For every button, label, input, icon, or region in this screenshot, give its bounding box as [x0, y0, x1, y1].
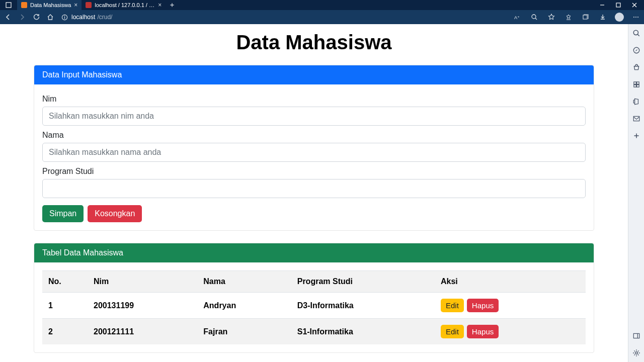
delete-button[interactable]: Hapus [467, 299, 499, 312]
col-no: No. [42, 271, 88, 293]
cell-no: 1 [42, 293, 88, 319]
svg-point-15 [637, 17, 638, 18]
address-bar[interactable]: localhost/crud/ [59, 14, 112, 21]
label-nama: Nama [42, 131, 586, 140]
label-nim: Nim [42, 95, 586, 104]
sidebar-discover-icon[interactable] [632, 46, 640, 54]
input-nim[interactable] [42, 107, 586, 126]
sidebar-shopping-icon[interactable] [632, 63, 640, 71]
table-row: 1200131199AndryanD3-InformatikaEditHapus [42, 293, 586, 319]
window-minimize-button[interactable] [600, 3, 607, 8]
svg-rect-20 [636, 82, 639, 84]
sidebar-office-icon[interactable] [632, 98, 640, 106]
window-close-button[interactable] [632, 3, 639, 8]
nav-back-button[interactable] [3, 14, 13, 21]
cell-aksi: EditHapus [435, 293, 586, 319]
svg-rect-26 [633, 333, 639, 338]
favicon-icon [21, 2, 27, 8]
read-aloud-icon[interactable]: A⁺ [512, 14, 522, 21]
svg-point-9 [532, 15, 536, 19]
table-card: Tabel Data Mahasiswa No. Nim Nama Progra… [34, 243, 594, 353]
svg-point-14 [635, 17, 636, 18]
cell-aksi: EditHapus [435, 319, 586, 345]
nav-refresh-button[interactable] [31, 14, 41, 21]
data-table: No. Nim Nama Program Studi Aksi 12001311… [42, 270, 586, 344]
table-row: 2200121111FajranS1-InformatikaEditHapus [42, 319, 586, 345]
svg-point-13 [633, 17, 634, 18]
cell-prodi: S1-Informatika [291, 319, 435, 345]
svg-rect-12 [583, 15, 587, 19]
form-card: Data Input Mahasiswa Nim Nama Program St… [34, 65, 594, 231]
form-card-header: Data Input Mahasiswa [34, 65, 594, 84]
reset-button[interactable]: Kosongkan [88, 205, 142, 222]
tab-close-icon[interactable]: × [158, 2, 162, 9]
tab-title: localhost / 127.0.0.1 / dblatihan [95, 2, 155, 8]
edit-button[interactable]: Edit [441, 299, 464, 312]
col-nama: Nama [197, 271, 291, 293]
save-button[interactable]: Simpan [42, 205, 84, 222]
browser-tab-0[interactable]: Data Mahasiswa × [17, 0, 82, 10]
cell-nim: 200131199 [88, 293, 197, 319]
svg-rect-21 [633, 85, 636, 87]
new-tab-button[interactable]: ＋ [166, 1, 179, 10]
svg-point-28 [635, 352, 637, 354]
svg-line-17 [637, 34, 639, 36]
browser-sidebar [628, 24, 644, 362]
table-card-header: Tabel Data Mahasiswa [34, 243, 594, 262]
tab-close-icon[interactable]: × [74, 2, 77, 9]
col-nim: Nim [88, 271, 197, 293]
nav-forward-button[interactable] [17, 14, 27, 21]
url-path: /crud/ [97, 14, 112, 21]
favicon-icon [86, 2, 92, 8]
sidebar-tools-icon[interactable] [632, 80, 640, 88]
svg-point-7 [64, 15, 65, 16]
svg-rect-2 [616, 3, 620, 7]
svg-rect-22 [636, 85, 639, 87]
sidebar-outlook-icon[interactable] [632, 115, 640, 123]
downloads-icon[interactable] [598, 14, 608, 21]
sidebar-collapse-icon[interactable] [632, 332, 640, 340]
svg-point-16 [633, 30, 638, 35]
collections-icon[interactable] [581, 14, 591, 21]
cell-nama: Andryan [197, 293, 291, 319]
more-menu-icon[interactable] [631, 14, 641, 21]
svg-rect-0 [6, 3, 11, 8]
label-prodi: Program Studi [42, 167, 586, 176]
col-aksi: Aksi [435, 271, 586, 293]
window-maximize-button[interactable] [616, 3, 623, 8]
cell-nim: 200121111 [88, 319, 197, 345]
tab-title: Data Mahasiswa [30, 2, 71, 8]
cell-no: 2 [42, 319, 88, 345]
browser-toolbar: localhost/crud/ A⁺ [0, 10, 644, 24]
sidebar-search-icon[interactable] [632, 29, 640, 37]
tab-overview-button[interactable] [0, 0, 17, 10]
window-titlebar: Data Mahasiswa × localhost / 127.0.0.1 /… [0, 0, 644, 10]
favorites-icon[interactable] [546, 14, 556, 21]
url-host: localhost [71, 14, 95, 21]
input-nama[interactable] [42, 143, 586, 162]
cell-nama: Fajran [197, 319, 291, 345]
svg-rect-19 [633, 82, 636, 84]
site-info-icon[interactable] [59, 14, 69, 21]
sidebar-settings-icon[interactable] [632, 349, 640, 357]
browser-tab-1[interactable]: localhost / 127.0.0.1 / dblatihan × [82, 0, 166, 10]
sidebar-add-icon[interactable] [632, 132, 640, 140]
svg-text:A⁺: A⁺ [514, 15, 520, 20]
edit-button[interactable]: Edit [441, 325, 464, 338]
favorites-bar-icon[interactable] [564, 14, 574, 21]
col-prodi: Program Studi [291, 271, 435, 293]
page-content: Data Mahasiswa Data Input Mahasiswa Nim … [0, 24, 628, 362]
svg-rect-23 [633, 116, 639, 121]
svg-line-10 [535, 18, 537, 20]
input-prodi[interactable] [42, 179, 586, 198]
zoom-icon[interactable] [529, 14, 539, 21]
page-title: Data Mahasiswa [34, 31, 594, 54]
nav-home-button[interactable] [45, 14, 55, 21]
delete-button[interactable]: Hapus [467, 325, 499, 338]
cell-prodi: D3-Informatika [291, 293, 435, 319]
profile-avatar[interactable] [615, 13, 624, 22]
